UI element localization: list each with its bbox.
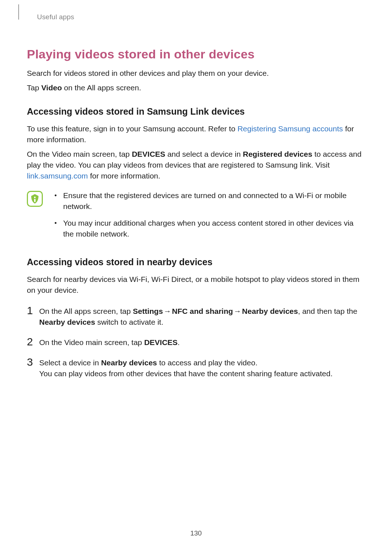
arrow-icon: → [233,306,242,317]
intro-paragraph-2: Tap Video on the All apps screen. [27,82,366,93]
text: On the All apps screen, tap [39,307,133,315]
text: Tap [27,83,41,92]
text: Select a device in [39,358,101,367]
section1-paragraph-2: On the Video main screen, tap DEVICES an… [27,149,366,181]
text: switch to activate it. [95,318,163,326]
steps-list: 1 On the All apps screen, tap Settings →… [27,306,366,379]
step-3: 3 Select a device in Nearby devices to a… [27,357,366,379]
step-2-text: On the Video main screen, tap DEVICES. [39,337,366,348]
note-icon [27,191,43,208]
step-3-secondary-text: You can play videos from other devices t… [39,368,366,379]
text: on the All apps screen. [62,83,141,92]
bold-text-nearby-devices: Nearby devices [242,307,298,315]
note-block: Ensure that the registered devices are t… [27,190,366,239]
text: On the Video main screen, tap [27,150,132,158]
section-heading-samsung-link: Accessing videos stored in Samsung Link … [27,106,366,117]
bold-text-settings: Settings [133,307,163,315]
arrow-icon: → [163,306,172,317]
text: , and then tap the [298,307,357,315]
section1-paragraph-1: To use this feature, sign in to your Sam… [27,123,366,145]
bold-text-devices: DEVICES [132,150,165,158]
header-rule [19,4,19,20]
text: On the Video main screen, tap [39,338,144,346]
page-number: 130 [0,529,392,537]
section-heading-nearby-devices: Accessing videos stored in nearby device… [27,257,366,267]
bold-text-nearby-devices-switch: Nearby devices [39,318,95,326]
step-number: 3 [27,357,39,368]
svg-point-1 [34,197,36,198]
intro-paragraph-1: Search for videos stored in other device… [27,68,366,79]
bold-text-nearby-devices: Nearby devices [101,358,157,367]
bold-text-nfc-sharing: NFC and sharing [172,307,233,315]
step-number: 2 [27,336,39,347]
note-item: Ensure that the registered devices are t… [52,190,366,212]
page-title: Playing videos stored in other devices [27,47,366,61]
bold-text-registered-devices: Registered devices [243,150,312,158]
section2-paragraph-1: Search for nearby devices via Wi-Fi, Wi-… [27,274,366,296]
step-number: 1 [27,305,39,316]
note-list: Ensure that the registered devices are t… [52,190,366,239]
text: for more information. [88,172,160,180]
page: Useful apps Playing videos stored in oth… [0,0,392,554]
step-2: 2 On the Video main screen, tap DEVICES. [27,337,366,348]
link-registering-samsung-accounts[interactable]: Registering Samsung accounts [237,124,343,133]
svg-rect-2 [34,199,36,202]
text: . [177,338,180,346]
text: To use this feature, sign in to your Sam… [27,124,237,133]
breadcrumb: Useful apps [37,13,366,21]
text: to access and play the video. [157,358,258,367]
bold-text-devices: DEVICES [144,338,177,346]
bold-text-video: Video [41,83,62,92]
step-1: 1 On the All apps screen, tap Settings →… [27,306,366,328]
step-1-text: On the All apps screen, tap Settings → N… [39,306,366,328]
link-samsung-com[interactable]: link.samsung.com [27,172,88,180]
step-3-text: Select a device in Nearby devices to acc… [39,357,366,368]
note-item: You may incur additional charges when yo… [52,218,366,239]
text: and select a device in [165,150,243,158]
